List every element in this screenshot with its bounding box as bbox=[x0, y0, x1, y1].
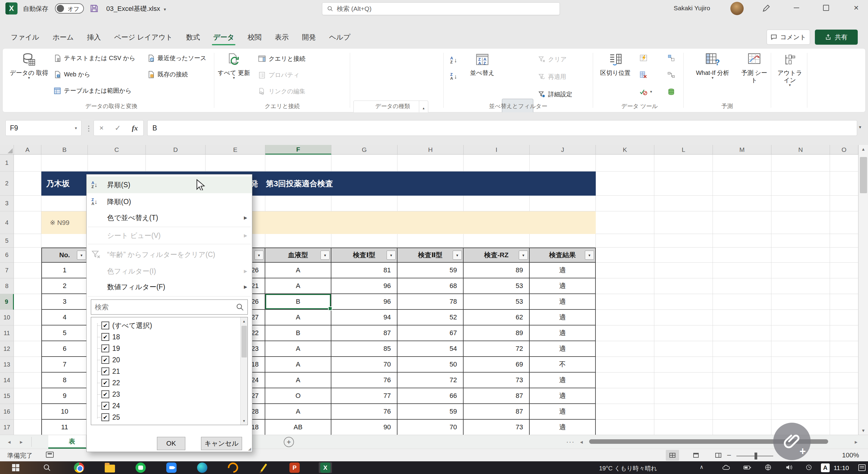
manage-data-model-button[interactable] bbox=[667, 88, 675, 96]
cell-F13[interactable]: A bbox=[265, 357, 331, 373]
checkbox-checked-icon[interactable]: ✔ bbox=[101, 322, 109, 329]
row-header-8[interactable]: 8 bbox=[0, 278, 14, 294]
speaker-icon[interactable] bbox=[785, 464, 793, 472]
filter-value-item[interactable]: ✔22 bbox=[94, 377, 240, 389]
row-header-11[interactable]: 11 bbox=[0, 325, 14, 341]
cell-J7[interactable]: 適 bbox=[530, 263, 596, 278]
column-header-L[interactable]: L bbox=[654, 145, 713, 155]
cell-L15[interactable] bbox=[654, 388, 713, 404]
row-header-15[interactable]: 15 bbox=[0, 388, 14, 404]
filter-value-item[interactable]: ✔21 bbox=[94, 366, 240, 377]
menu-item-number-filter[interactable]: 数値フィルター(F)▸ bbox=[87, 279, 252, 295]
cell-F14[interactable]: A bbox=[265, 373, 331, 388]
scroll-down-icon[interactable]: ▼ bbox=[241, 417, 247, 425]
cell-K13[interactable] bbox=[596, 357, 654, 373]
cell-F1[interactable] bbox=[265, 155, 331, 172]
cell-G6[interactable]: 検査Ⅰ型▾ bbox=[331, 247, 398, 263]
cell-K1[interactable] bbox=[596, 155, 654, 172]
recent-sources-button[interactable]: 最近使ったソース bbox=[147, 54, 207, 62]
cell-H17[interactable]: 70 bbox=[398, 420, 464, 435]
cell-I14[interactable]: 73 bbox=[464, 373, 530, 388]
cell-K14[interactable] bbox=[596, 373, 654, 388]
confirm-entry-icon[interactable]: ✓ bbox=[115, 124, 121, 132]
cell-B16[interactable]: 10 bbox=[41, 404, 88, 420]
cell-J9[interactable]: 適 bbox=[530, 294, 596, 310]
cell-I7[interactable]: 89 bbox=[464, 263, 530, 278]
autosave-toggle[interactable]: オフ bbox=[55, 3, 84, 13]
cell-H14[interactable]: 72 bbox=[398, 373, 464, 388]
cell-F8[interactable]: A bbox=[265, 278, 331, 294]
cell-A5[interactable] bbox=[14, 234, 41, 247]
ime-indicator[interactable]: A bbox=[821, 464, 830, 472]
taskbar-zoom-icon[interactable] bbox=[165, 462, 178, 473]
cell-J16[interactable]: 適 bbox=[530, 404, 596, 420]
cell-A10[interactable] bbox=[14, 310, 41, 325]
tray-app-icon[interactable] bbox=[805, 464, 812, 472]
cell-J3[interactable] bbox=[530, 196, 596, 211]
tab-review[interactable]: 校閲 bbox=[241, 28, 268, 47]
cell-H10[interactable]: 52 bbox=[398, 310, 464, 325]
cell-B17[interactable]: 11 bbox=[41, 420, 88, 435]
row-header-16[interactable]: 16 bbox=[0, 404, 14, 420]
menu-item-sort-descending[interactable]: ZA↓ 降順(O) bbox=[87, 193, 252, 210]
checkbox-checked-icon[interactable]: ✔ bbox=[101, 333, 109, 341]
cell-M11[interactable] bbox=[713, 325, 771, 341]
cell-K8[interactable] bbox=[596, 278, 654, 294]
sort-button[interactable]: ZAAZ 並べ替え bbox=[464, 52, 501, 77]
column-filter-button[interactable]: ▾ bbox=[77, 250, 86, 260]
filter-value-item[interactable]: ✔24 bbox=[94, 400, 240, 412]
cell-H5[interactable] bbox=[398, 234, 464, 247]
row-header-3[interactable]: 3 bbox=[0, 196, 14, 211]
cell-A11[interactable] bbox=[14, 325, 41, 341]
column-header-C[interactable]: C bbox=[88, 145, 146, 155]
cell-B8[interactable]: 2 bbox=[41, 278, 88, 294]
normal-view-button[interactable] bbox=[666, 450, 679, 461]
cell-A4[interactable] bbox=[14, 211, 41, 234]
cell-F7[interactable]: A bbox=[265, 263, 331, 278]
cell-I8[interactable]: 53 bbox=[464, 278, 530, 294]
cell-A3[interactable] bbox=[14, 196, 41, 211]
cell-L12[interactable] bbox=[654, 341, 713, 357]
cell-L6[interactable] bbox=[654, 247, 713, 263]
cell-J10[interactable]: 適 bbox=[530, 310, 596, 325]
cell-N2[interactable] bbox=[771, 172, 830, 196]
cell-C1[interactable] bbox=[88, 155, 146, 172]
expand-formula-bar-icon[interactable]: ▾ bbox=[859, 124, 861, 130]
cell-M10[interactable] bbox=[713, 310, 771, 325]
cell-K7[interactable] bbox=[596, 263, 654, 278]
cell-F17[interactable]: AB bbox=[265, 420, 331, 435]
cell-B11[interactable]: 5 bbox=[41, 325, 88, 341]
taskbar-clock[interactable]: 11:10 bbox=[834, 464, 849, 472]
cell-I10[interactable]: 62 bbox=[464, 310, 530, 325]
cell-I13[interactable]: 69 bbox=[464, 357, 530, 373]
restore-button[interactable] bbox=[817, 0, 835, 16]
user-name[interactable]: Sakaki Yujiro bbox=[674, 4, 710, 12]
forecast-sheet-button[interactable]: 予測 シート bbox=[739, 52, 769, 84]
cell-O12[interactable] bbox=[830, 341, 858, 357]
menu-item-sort-ascending[interactable]: AZ↓ 昇順(S) bbox=[87, 176, 252, 193]
flash-fill-button[interactable] bbox=[640, 54, 647, 62]
menu-item-color-filter[interactable]: 色フィルター(I)▸ bbox=[87, 263, 252, 279]
formula-input[interactable]: B bbox=[147, 120, 857, 136]
search-input[interactable]: 検索 (Alt+Q) bbox=[322, 2, 560, 15]
column-header-D[interactable]: D bbox=[146, 145, 206, 155]
cell-N14[interactable] bbox=[771, 373, 830, 388]
filter-value-item[interactable]: ✔(すべて選択) bbox=[94, 320, 240, 331]
cell-K11[interactable] bbox=[596, 325, 654, 341]
notification-center-icon[interactable] bbox=[858, 464, 866, 471]
resize-grip-icon[interactable]: ◢ bbox=[248, 447, 251, 451]
row-header-1[interactable]: 1 bbox=[0, 155, 14, 172]
cell-K16[interactable] bbox=[596, 404, 654, 420]
cell-M7[interactable] bbox=[713, 263, 771, 278]
column-header-M[interactable]: M bbox=[713, 145, 771, 155]
zoom-out-button[interactable]: − bbox=[727, 451, 731, 460]
column-header-I[interactable]: I bbox=[464, 145, 530, 155]
menu-item-sort-by-color[interactable]: 色で並べ替え(T)▸ bbox=[87, 210, 252, 225]
tab-page-layout[interactable]: ページ レイアウト bbox=[107, 28, 179, 47]
cell-G1[interactable] bbox=[331, 155, 398, 172]
cell-H12[interactable]: 54 bbox=[398, 341, 464, 357]
cell-K2[interactable] bbox=[596, 172, 654, 196]
filter-list-scrollbar[interactable]: ▲ ▼ bbox=[240, 317, 247, 425]
cell-G13[interactable]: 70 bbox=[331, 357, 398, 373]
tab-home[interactable]: ホーム bbox=[46, 28, 80, 47]
